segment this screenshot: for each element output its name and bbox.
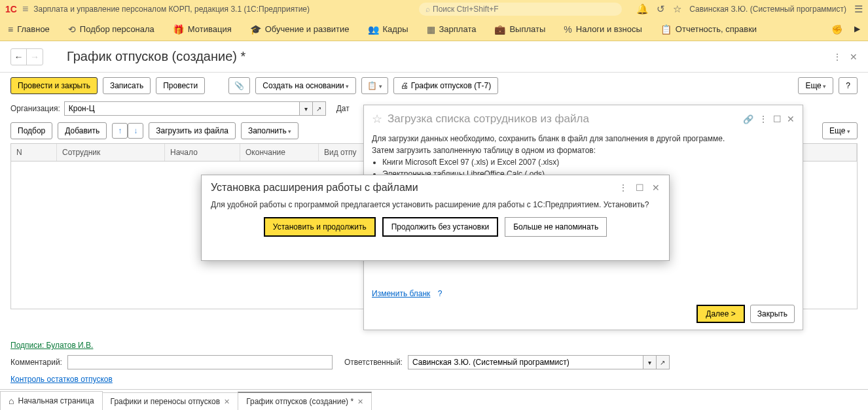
- move-down-button[interactable]: ↓: [128, 123, 143, 139]
- wizard-text: Затем загрузить заполненную таблицу в од…: [372, 145, 795, 156]
- more-button[interactable]: Еще: [798, 77, 833, 94]
- close-icon[interactable]: ✕: [787, 114, 795, 124]
- modal-body: Для удобной работы с программой предлага…: [202, 200, 669, 209]
- comment-input[interactable]: [67, 355, 333, 369]
- open-icon[interactable]: ↗: [657, 355, 670, 369]
- menu-label: Главное: [17, 24, 50, 34]
- tab-label: График отпусков (создание) *: [246, 397, 353, 406]
- menu-hr[interactable]: 👥Кадры: [368, 24, 408, 35]
- nav-forward[interactable]: →: [27, 49, 43, 65]
- menu-label: Зарплата: [439, 24, 477, 34]
- load-file-button[interactable]: Загрузить из файла: [149, 122, 236, 139]
- maximize-icon[interactable]: ☐: [773, 114, 782, 124]
- menu-payments[interactable]: 💼Выплаты: [494, 24, 545, 35]
- link-icon[interactable]: 🔗: [743, 114, 753, 124]
- tab-create-schedule[interactable]: График отпусков (создание) * ✕: [238, 392, 372, 410]
- user-name[interactable]: Савинская З.Ю. (Системный программист): [689, 5, 846, 14]
- star-icon[interactable]: ☆: [673, 3, 681, 15]
- app-title: Зарплата и управление персоналом КОРП, р…: [33, 5, 310, 14]
- print-t7-button[interactable]: 🖨График отпусков (Т-7): [393, 77, 498, 94]
- actions-more-button[interactable]: Еще: [822, 122, 858, 139]
- date-label: Дат: [336, 104, 350, 113]
- help-icon[interactable]: ?: [438, 289, 443, 298]
- gift-icon: 🎁: [173, 24, 184, 35]
- star-icon[interactable]: ☆: [372, 112, 382, 126]
- change-template-link[interactable]: Изменить бланк: [372, 289, 430, 298]
- kebab-icon[interactable]: ⋮: [759, 114, 768, 124]
- install-button[interactable]: Установить и продолжить: [264, 217, 376, 237]
- menu-main[interactable]: ≡Главное: [8, 24, 50, 35]
- menubar: ≡Главное ⟲Подбор персонала 🎁Мотивация 🎓О…: [0, 18, 868, 41]
- menu-motivation[interactable]: 🎁Мотивация: [173, 24, 232, 35]
- menu-salary[interactable]: ▦Зарплата: [427, 24, 477, 35]
- dropdown-icon[interactable]: ▾: [643, 355, 657, 369]
- tab-schedules[interactable]: Графики и переносы отпусков ✕: [102, 392, 239, 410]
- kebab-icon[interactable]: ⋮: [833, 52, 842, 62]
- kebab-icon[interactable]: ⋮: [619, 182, 628, 193]
- post-close-button[interactable]: Провести и закрыть: [10, 77, 98, 94]
- save-button[interactable]: Записать: [103, 77, 151, 94]
- attach-button[interactable]: 📎: [228, 77, 250, 94]
- fist-icon[interactable]: ✊: [831, 24, 842, 35]
- phone-icon: ⟲: [68, 24, 76, 35]
- responsible-input[interactable]: [408, 355, 643, 369]
- graduation-icon: 🎓: [250, 24, 261, 35]
- menu-label: Налоги и взносы: [576, 24, 642, 34]
- hamburger-icon[interactable]: ≡: [22, 3, 28, 15]
- wizard-title: Загрузка списка сотрудников из файла: [388, 112, 738, 126]
- open-icon[interactable]: ↗: [313, 101, 326, 116]
- th-n[interactable]: N: [11, 144, 57, 161]
- menu-icon[interactable]: ☰: [854, 3, 863, 15]
- menu-label: Отчетность, справки: [676, 24, 757, 34]
- th-end[interactable]: Окончание: [240, 144, 319, 161]
- never-remind-button[interactable]: Больше не напоминать: [505, 217, 607, 237]
- next-button[interactable]: Далее >: [696, 305, 745, 323]
- list-icon: ≡: [8, 24, 13, 35]
- th-employee[interactable]: Сотрудник: [57, 144, 165, 161]
- toolbar: Провести и закрыть Записать Провести 📎 С…: [0, 73, 868, 99]
- maximize-icon[interactable]: ☐: [636, 182, 644, 193]
- tab-home[interactable]: ⌂ Начальная страница: [0, 391, 103, 410]
- control-link[interactable]: Контроль остатков отпусков: [10, 375, 113, 384]
- fill-button[interactable]: Заполнить: [241, 122, 298, 139]
- signatures-link[interactable]: Подписи: Булатов И.В.: [10, 341, 93, 350]
- menu-recruitment[interactable]: ⟲Подбор персонала: [68, 24, 154, 35]
- extension-modal: Установка расширения работы с файлами ⋮ …: [201, 175, 670, 261]
- continue-button[interactable]: Продолжить без установки: [382, 217, 498, 237]
- menu-taxes[interactable]: %Налоги и взносы: [564, 24, 642, 35]
- chevron-right-icon[interactable]: ▶: [854, 24, 860, 35]
- clipboard-icon: 📋: [660, 24, 672, 35]
- menu-label: Выплаты: [509, 24, 545, 34]
- footer-area: Подписи: Булатов И.В. Комментарий: Ответ…: [0, 335, 868, 389]
- th-start[interactable]: Начало: [165, 144, 240, 161]
- paste-button[interactable]: 📋: [361, 77, 388, 94]
- tab-close-icon[interactable]: ✕: [224, 398, 230, 406]
- search-icon: ⌕: [425, 5, 430, 14]
- help-button[interactable]: ?: [839, 77, 858, 94]
- select-button[interactable]: Подбор: [10, 122, 52, 139]
- responsible-label: Ответственный:: [344, 358, 403, 367]
- create-based-button[interactable]: Создать на основании: [255, 77, 356, 94]
- bell-icon[interactable]: 🔔: [636, 3, 649, 15]
- search-input[interactable]: [433, 5, 615, 14]
- org-input[interactable]: [64, 101, 300, 116]
- move-up-button[interactable]: ↑: [112, 123, 128, 139]
- close-icon[interactable]: ✕: [652, 182, 660, 193]
- post-button[interactable]: Провести: [156, 77, 205, 94]
- home-icon: ⌂: [9, 396, 14, 406]
- dropdown-icon[interactable]: ▾: [300, 101, 313, 116]
- nav-back[interactable]: ←: [11, 49, 27, 65]
- add-button[interactable]: Добавить: [58, 122, 107, 139]
- wizard-close-button[interactable]: Закрыть: [750, 305, 795, 323]
- history-icon[interactable]: ↺: [657, 3, 665, 15]
- menu-training[interactable]: 🎓Обучение и развитие: [250, 24, 350, 35]
- close-icon[interactable]: ✕: [850, 52, 858, 62]
- search-box[interactable]: ⌕: [419, 3, 622, 16]
- menu-reports[interactable]: 📋Отчетность, справки: [660, 24, 757, 35]
- people-icon: 👥: [368, 24, 379, 35]
- tab-close-icon[interactable]: ✕: [357, 398, 363, 406]
- org-label: Организация:: [10, 104, 60, 113]
- logo-1c: 1С: [5, 4, 17, 14]
- tab-label: Графики и переносы отпусков: [111, 397, 221, 406]
- tabs-bar: ⌂ Начальная страница Графики и переносы …: [0, 389, 868, 410]
